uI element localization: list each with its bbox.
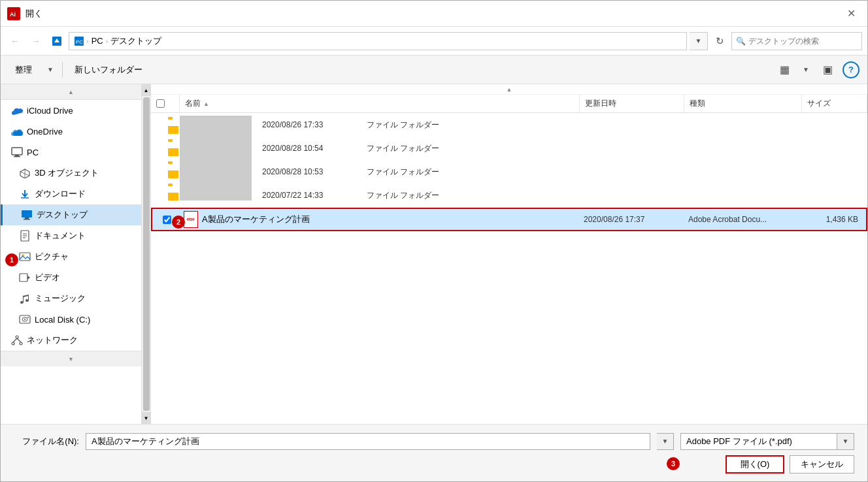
folder-icon-1[interactable] xyxy=(168,116,178,134)
sidebar-item-localdisk-label: Local Disk (C:) xyxy=(35,315,90,325)
filename-input[interactable] xyxy=(86,433,650,450)
organize-label: 整理 xyxy=(15,64,32,76)
open-label: 開く(O) xyxy=(741,458,770,470)
folder-row-3[interactable]: 2020/08/28 10:53 ファイル フォルダー xyxy=(257,160,867,184)
organize-dropdown[interactable]: ▼ xyxy=(44,60,57,80)
pane-button[interactable]: ▣ xyxy=(818,60,837,80)
header-check[interactable] xyxy=(151,95,180,112)
search-input[interactable] xyxy=(748,37,858,46)
sidebar-item-icloud[interactable]: iCloud Drive xyxy=(1,100,141,121)
titlebar: Ai 開く ✕ xyxy=(1,1,867,27)
header-checkbox[interactable] xyxy=(156,99,165,108)
open-dialog: Ai 開く ✕ ← → PC › PC › デスクトップ ▼ ↻ 🔍 xyxy=(0,0,868,482)
folder-icon-4[interactable] xyxy=(168,182,178,201)
desktop-icon xyxy=(21,209,33,221)
scroll-top-indicator[interactable]: ▲ xyxy=(151,84,867,95)
file-checkbox-area[interactable] xyxy=(152,216,181,224)
svg-marker-24 xyxy=(27,276,30,280)
sidebar-item-desktop[interactable]: デスクトップ xyxy=(1,204,141,225)
address-path[interactable]: PC › PC › デスクトップ xyxy=(69,32,687,50)
sidebar-item-network[interactable]: ネットワーク xyxy=(1,330,141,351)
file-date: 2020/08/26 17:37 xyxy=(578,215,683,224)
folder-row-4[interactable]: 2020/07/22 14:33 ファイル フォルダー xyxy=(257,184,867,207)
folder-date-2: 2020/08/28 10:54 xyxy=(257,144,361,153)
sidebar-item-pictures[interactable]: ピクチャ xyxy=(1,246,141,267)
sidebar-item-localdisk[interactable]: Local Disk (C:) xyxy=(1,309,141,330)
header-size-label: サイズ xyxy=(807,98,831,109)
svg-line-33 xyxy=(17,338,21,342)
sidebar-item-onedrive[interactable]: OneDrive xyxy=(1,121,141,142)
file-name-label: A製品のマーケティング計画 xyxy=(202,214,310,225)
sidebar-item-videos-label: ビデオ xyxy=(35,272,60,283)
bottombar: ファイル名(N): ▼ Adobe PDF ファイル (*.pdf) ▼ 開く(… xyxy=(1,424,867,481)
new-folder-button[interactable]: 新しいフォルダー xyxy=(68,60,149,80)
open-button[interactable]: 開く(O) xyxy=(726,455,784,474)
svg-point-27 xyxy=(24,319,25,320)
organize-button[interactable]: 整理 xyxy=(8,60,39,80)
sidebar-item-network-label: ネットワーク xyxy=(27,334,78,346)
back-button[interactable]: ← xyxy=(6,32,24,50)
folder-type-2: ファイル フォルダー xyxy=(361,143,479,154)
sidebar-item-documents[interactable]: ドキュメント xyxy=(1,225,141,246)
forward-button[interactable]: → xyxy=(27,32,45,50)
svg-point-29 xyxy=(16,336,18,338)
view-button[interactable]: ▦ xyxy=(775,60,794,80)
sidebar-scroll-up-btn[interactable]: ▲ xyxy=(142,84,151,96)
folder-date-3: 2020/08/28 10:53 xyxy=(257,167,361,176)
filetype-select[interactable]: Adobe PDF ファイル (*.pdf) xyxy=(680,433,837,450)
svg-line-32 xyxy=(13,338,17,342)
sidebar-item-3d[interactable]: 3D オブジェクト xyxy=(1,163,141,184)
icloud-icon xyxy=(11,104,23,116)
onedrive-icon xyxy=(11,125,23,137)
search-box[interactable]: 🔍 xyxy=(731,32,862,50)
svg-point-31 xyxy=(20,342,22,345)
folder-group: 2020/08/26 17:33 ファイル フォルダー 2020/08/28 1… xyxy=(151,113,867,208)
svg-rect-8 xyxy=(14,156,20,157)
close-button[interactable]: ✕ xyxy=(841,4,861,24)
sidebar-scroll-down[interactable]: ▼ xyxy=(1,351,141,366)
file-header-container: ▲ 名前 ▲ 更新日時 種類 サイズ xyxy=(151,84,867,113)
sidebar-item-videos[interactable]: ビデオ xyxy=(1,267,141,288)
file-checkbox[interactable] xyxy=(163,216,171,224)
header-date[interactable]: 更新日時 xyxy=(580,95,684,112)
action-buttons: 開く(O) キャンセル xyxy=(14,455,854,474)
file-header: 名前 ▲ 更新日時 種類 サイズ xyxy=(151,95,867,113)
filetype-dropdown[interactable]: ▼ xyxy=(837,433,854,450)
sidebar-item-pc[interactable]: PC xyxy=(1,142,141,163)
filename-dropdown[interactable]: ▼ xyxy=(657,433,674,450)
sidebar-item-music[interactable]: ミュージック xyxy=(1,288,141,309)
sidebar-item-downloads[interactable]: ダウンロード xyxy=(1,184,141,204)
filename-label: ファイル名(N): xyxy=(14,436,79,447)
selected-file-row[interactable]: PDF A製品のマーケティング計画 2020/08/26 17:37 Adobe… xyxy=(151,208,867,231)
svg-point-28 xyxy=(27,317,29,318)
sidebar-wrapper: ▲ iCloud Drive xyxy=(1,84,151,424)
up-button[interactable] xyxy=(48,32,66,50)
help-button[interactable]: ? xyxy=(843,61,860,78)
refresh-button[interactable]: ↻ xyxy=(710,32,729,50)
address-dropdown[interactable]: ▼ xyxy=(690,32,708,50)
thumbnail-container xyxy=(180,116,252,201)
pdf-file-icon: PDF xyxy=(184,211,198,228)
addressbar: ← → PC › PC › デスクトップ ▼ ↻ 🔍 xyxy=(1,27,867,56)
header-size[interactable]: サイズ xyxy=(802,95,867,112)
header-name[interactable]: 名前 ▲ xyxy=(180,95,580,112)
header-type[interactable]: 種類 xyxy=(684,95,802,112)
folder-row-2[interactable]: 2020/08/28 10:54 ファイル フォルダー xyxy=(257,137,867,160)
documents-icon xyxy=(19,230,31,242)
downloads-icon xyxy=(19,188,31,200)
folder-icon-2[interactable] xyxy=(168,138,178,156)
folder-icon-3[interactable] xyxy=(168,160,178,178)
sidebar-scroll-thumb[interactable] xyxy=(143,97,150,411)
cancel-button[interactable]: キャンセル xyxy=(790,455,854,474)
folder-row-1[interactable]: 2020/08/26 17:33 ファイル フォルダー xyxy=(257,113,867,137)
path-separator-1: › xyxy=(86,37,89,45)
svg-rect-15 xyxy=(25,217,29,219)
view-dropdown[interactable]: ▼ xyxy=(799,60,812,80)
file-area: ▲ 名前 ▲ 更新日時 種類 サイズ xyxy=(151,84,867,424)
sidebar-scroll-up[interactable]: ▲ xyxy=(1,84,141,100)
folder-type-4: ファイル フォルダー xyxy=(361,190,479,201)
sidebar-scroll-down-btn[interactable]: ▼ xyxy=(142,412,151,424)
folder-date-1: 2020/08/26 17:33 xyxy=(257,120,361,129)
sidebar-scrollbar[interactable]: ▲ ▼ xyxy=(141,84,150,424)
sidebar-item-icloud-label: iCloud Drive xyxy=(27,106,73,116)
